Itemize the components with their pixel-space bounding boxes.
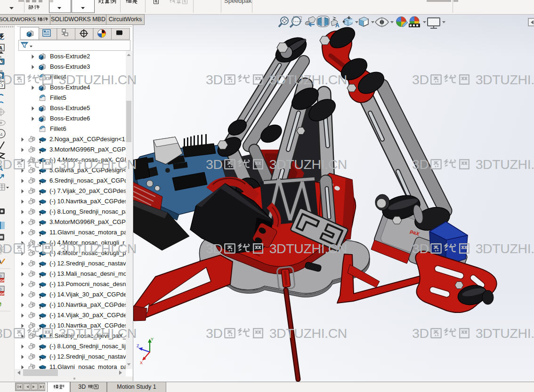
svg-text:Z: Z bbox=[137, 344, 139, 348]
svg-text:3D: 3D bbox=[0, 288, 2, 291]
svg-text:X: X bbox=[140, 360, 143, 365]
svg-text:0.3: 0.3 bbox=[0, 83, 3, 88]
svg-text:A: A bbox=[0, 165, 3, 172]
svg-text:xxx: xxx bbox=[0, 69, 3, 72]
svg-text:PDF: PDF bbox=[0, 279, 5, 282]
svg-text:PDF: PDF bbox=[0, 292, 5, 296]
svg-text:A: A bbox=[335, 22, 340, 29]
svg-text:3D: 3D bbox=[0, 274, 2, 278]
svg-text:e: e bbox=[0, 299, 1, 308]
svg-text:Y: Y bbox=[151, 337, 154, 342]
svg-text:xx: xx bbox=[0, 55, 2, 58]
svg-text:A1: A1 bbox=[0, 132, 3, 136]
svg-text:A: A bbox=[0, 46, 2, 51]
